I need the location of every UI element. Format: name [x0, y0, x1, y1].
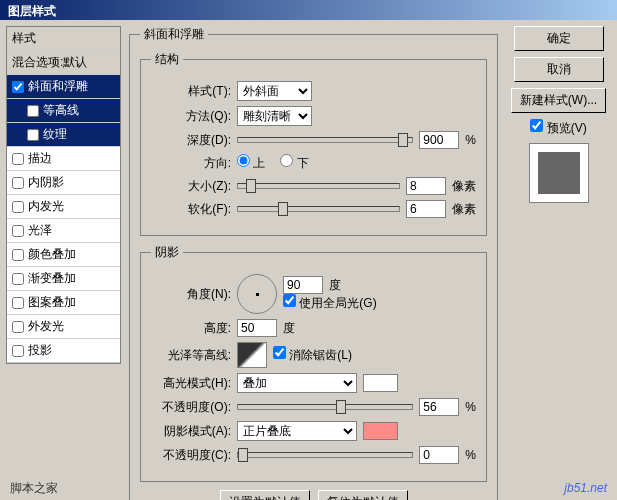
section-title: 斜面和浮雕 — [140, 26, 208, 43]
soften-input[interactable] — [406, 200, 446, 218]
altitude-label: 高度: — [151, 320, 231, 337]
shadow-opacity-slider[interactable] — [237, 452, 413, 458]
style-checkbox[interactable] — [27, 129, 39, 141]
styles-header[interactable]: 样式 — [7, 27, 120, 51]
structure-group: 结构 样式(T): 外斜面 方法(Q): 雕刻清晰 深度(D): % 方向: — [140, 51, 487, 236]
ok-button[interactable]: 确定 — [514, 26, 604, 51]
angle-label: 角度(N): — [151, 286, 231, 303]
settings-panel: 斜面和浮雕 结构 样式(T): 外斜面 方法(Q): 雕刻清晰 深度(D): % — [129, 26, 498, 500]
soften-slider[interactable] — [237, 206, 400, 212]
shadow-mode-label: 阴影模式(A): — [151, 423, 231, 440]
style-label: 颜色叠加 — [28, 246, 76, 263]
direction-down[interactable]: 下 — [280, 154, 308, 172]
style-checkbox[interactable] — [12, 297, 24, 309]
style-item-7[interactable]: 颜色叠加 — [7, 243, 120, 267]
style-label: 纹理 — [43, 126, 67, 143]
depth-input[interactable] — [419, 131, 459, 149]
size-slider[interactable] — [237, 183, 400, 189]
shadow-opacity-input[interactable] — [419, 446, 459, 464]
shadow-mode-select[interactable]: 正片叠底 — [237, 421, 357, 441]
styles-panel: 样式 混合选项:默认 斜面和浮雕等高线纹理描边内阴影内发光光泽颜色叠加渐变叠加图… — [6, 26, 121, 500]
altitude-input[interactable] — [237, 319, 277, 337]
style-label: 光泽 — [28, 222, 52, 239]
footer-text: 脚本之家 — [10, 480, 58, 497]
style-label: 样式(T): — [151, 83, 231, 100]
style-checkbox[interactable] — [12, 177, 24, 189]
gloss-contour[interactable] — [237, 342, 267, 368]
style-item-2[interactable]: 纹理 — [7, 123, 120, 147]
depth-label: 深度(D): — [151, 132, 231, 149]
style-checkbox[interactable] — [12, 81, 24, 93]
style-item-3[interactable]: 描边 — [7, 147, 120, 171]
style-label: 渐变叠加 — [28, 270, 76, 287]
style-item-8[interactable]: 渐变叠加 — [7, 267, 120, 291]
style-item-0[interactable]: 斜面和浮雕 — [7, 75, 120, 99]
style-item-9[interactable]: 图案叠加 — [7, 291, 120, 315]
window-title: 图层样式 — [0, 0, 617, 20]
method-select[interactable]: 雕刻清晰 — [237, 106, 312, 126]
bevel-section: 斜面和浮雕 结构 样式(T): 外斜面 方法(Q): 雕刻清晰 深度(D): % — [129, 26, 498, 500]
direction-label: 方向: — [151, 155, 231, 172]
style-checkbox[interactable] — [12, 249, 24, 261]
highlight-opacity-slider[interactable] — [237, 404, 413, 410]
highlight-mode-label: 高光模式(H): — [151, 375, 231, 392]
shadow-color[interactable] — [363, 422, 398, 440]
style-checkbox[interactable] — [12, 201, 24, 213]
shading-group: 阴影 角度(N): 度 使用全局光(G) 高度: 度 — [140, 244, 487, 482]
highlight-mode-select[interactable]: 叠加 — [237, 373, 357, 393]
style-label: 内阴影 — [28, 174, 64, 191]
style-checkbox[interactable] — [12, 225, 24, 237]
style-item-4[interactable]: 内阴影 — [7, 171, 120, 195]
style-label: 斜面和浮雕 — [28, 78, 88, 95]
preview-checkbox[interactable]: 预览(V) — [530, 119, 586, 137]
style-label: 内发光 — [28, 198, 64, 215]
direction-up[interactable]: 上 — [237, 154, 265, 172]
style-checkbox[interactable] — [12, 273, 24, 285]
new-style-button[interactable]: 新建样式(W)... — [511, 88, 606, 113]
reset-default-button[interactable]: 复位为默认值 — [318, 490, 408, 500]
style-item-1[interactable]: 等高线 — [7, 99, 120, 123]
highlight-opacity-input[interactable] — [419, 398, 459, 416]
make-default-button[interactable]: 设置为默认值 — [220, 490, 310, 500]
style-select[interactable]: 外斜面 — [237, 81, 312, 101]
style-checkbox[interactable] — [12, 345, 24, 357]
style-label: 等高线 — [43, 102, 79, 119]
cancel-button[interactable]: 取消 — [514, 57, 604, 82]
angle-input[interactable] — [283, 276, 323, 294]
style-checkbox[interactable] — [12, 153, 24, 165]
style-item-6[interactable]: 光泽 — [7, 219, 120, 243]
watermark: jb51.net — [564, 481, 607, 495]
preview-box — [529, 143, 589, 203]
depth-slider[interactable] — [237, 137, 413, 143]
style-label: 外发光 — [28, 318, 64, 335]
right-panel: 确定 取消 新建样式(W)... 预览(V) — [506, 26, 611, 500]
blend-options[interactable]: 混合选项:默认 — [7, 51, 120, 75]
style-label: 图案叠加 — [28, 294, 76, 311]
size-label: 大小(Z): — [151, 178, 231, 195]
style-label: 描边 — [28, 150, 52, 167]
style-item-10[interactable]: 外发光 — [7, 315, 120, 339]
style-label: 投影 — [28, 342, 52, 359]
style-item-11[interactable]: 投影 — [7, 339, 120, 363]
shadow-opacity-label: 不透明度(C): — [151, 447, 231, 464]
angle-widget[interactable] — [237, 274, 277, 314]
soften-label: 软化(F): — [151, 201, 231, 218]
antialias-checkbox[interactable]: 消除锯齿(L) — [273, 346, 352, 364]
highlight-color[interactable] — [363, 374, 398, 392]
method-label: 方法(Q): — [151, 108, 231, 125]
style-checkbox[interactable] — [12, 321, 24, 333]
global-light-checkbox[interactable]: 使用全局光(G) — [283, 296, 377, 310]
size-input[interactable] — [406, 177, 446, 195]
style-item-5[interactable]: 内发光 — [7, 195, 120, 219]
gloss-label: 光泽等高线: — [151, 347, 231, 364]
style-checkbox[interactable] — [27, 105, 39, 117]
highlight-opacity-label: 不透明度(O): — [151, 399, 231, 416]
